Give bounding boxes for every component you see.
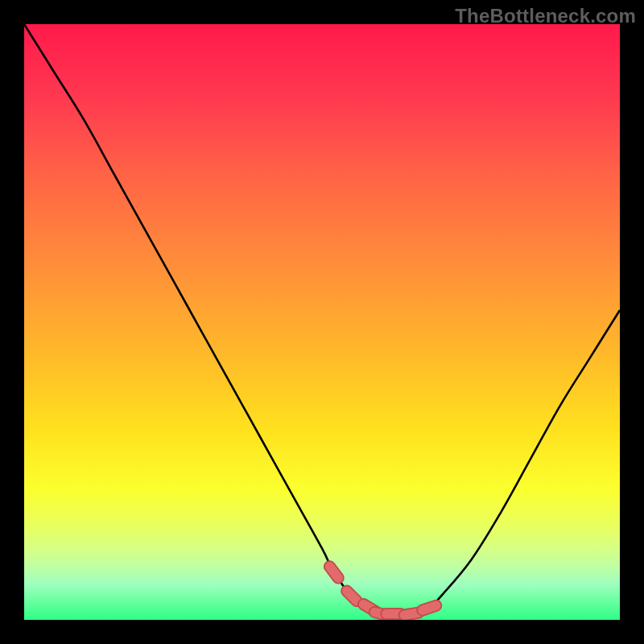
trough-marker xyxy=(322,559,345,585)
trough-marker xyxy=(415,599,443,617)
chart-frame: TheBottleneck.com xyxy=(0,0,644,644)
trough-markers xyxy=(24,24,620,620)
plot-area xyxy=(24,24,620,620)
